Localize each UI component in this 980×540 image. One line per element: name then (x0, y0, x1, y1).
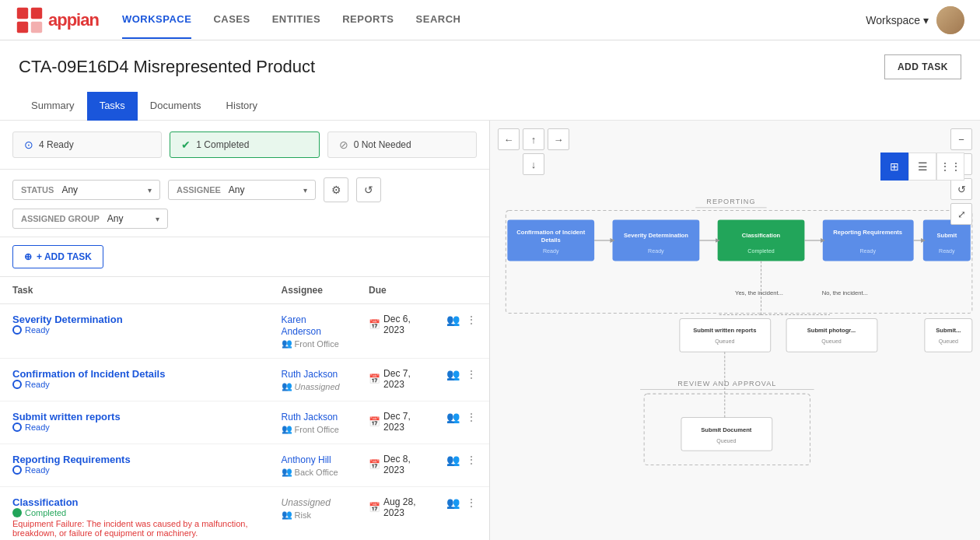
node-reporting-req[interactable] (823, 220, 914, 261)
due-date-value: Aug 28, 2023 (383, 496, 422, 518)
filter-ready-btn[interactable]: ⊙ 4 Ready (12, 131, 162, 158)
tab-summary[interactable]: Summary (19, 92, 87, 121)
col-task: Task (0, 277, 269, 304)
svg-text:Queued: Queued (939, 338, 958, 345)
filter-not-needed-btn[interactable]: ⊘ 0 Not Needed (327, 131, 477, 158)
assignee-group: 👥 Back Office (282, 467, 345, 477)
node-classification[interactable] (718, 220, 805, 261)
assignee-name[interactable]: Ruth Jackson (282, 369, 338, 380)
reassign-icon[interactable]: 👥 (446, 314, 460, 326)
task-cell: Classification Completed Equipment Failu… (0, 487, 269, 541)
nav-left-btn[interactable]: ← (498, 128, 520, 150)
task-cell: Reporting Requirements Ready (0, 444, 269, 487)
nav-reports[interactable]: REPORTS (342, 1, 394, 39)
reassign-icon[interactable]: 👥 (446, 454, 460, 466)
node-submit-doc[interactable] (681, 418, 772, 451)
page-title-row: CTA-09E16D4 Misrepresented Product ADD T… (19, 54, 961, 79)
reassign-icon[interactable]: 👥 (446, 368, 460, 380)
status-label: Completed (25, 508, 66, 517)
action-icons: 👥 ⋮ (446, 368, 477, 380)
status-dropdown-label: STATUS (21, 185, 54, 195)
more-icon[interactable]: ⋮ (466, 411, 477, 423)
svg-text:Submit Document: Submit Document (701, 426, 752, 433)
assignee-group: 👥 Front Office (282, 424, 345, 434)
task-name[interactable]: Submit written reports (12, 411, 257, 423)
due-date: 📅 Aug 28, 2023 (369, 496, 422, 518)
add-task-header-button[interactable]: ADD TASK (884, 54, 961, 79)
view-list-btn[interactable]: ☰ (908, 153, 936, 181)
node-submit-photos[interactable] (786, 319, 877, 352)
table-row: Submit written reports Ready Ruth Jackso… (0, 401, 489, 444)
due-cell: 📅 Dec 7, 2023 (356, 401, 434, 444)
view-grid-btn[interactable]: ⊞ (880, 153, 908, 181)
not-needed-icon: ⊘ (339, 139, 348, 151)
nav-entities[interactable]: ENTITIES (272, 1, 321, 39)
diagram-refresh-btn[interactable]: ↺ (950, 178, 972, 200)
due-date: 📅 Dec 7, 2023 (369, 411, 422, 433)
nav-workspace[interactable]: WORKSPACE (122, 1, 191, 39)
node-submit-right[interactable] (925, 319, 972, 352)
assignee-name[interactable]: Ruth Jackson (282, 412, 338, 423)
more-icon[interactable]: ⋮ (466, 496, 477, 509)
nav-down-btn[interactable]: ↓ (523, 153, 544, 175)
filter-icon-btn[interactable]: ⚙ (324, 177, 348, 202)
more-icon[interactable]: ⋮ (466, 314, 477, 326)
tab-documents[interactable]: Documents (138, 92, 214, 121)
task-name[interactable]: Severity Determination (12, 314, 257, 325)
reporting-label: REPORTING (706, 198, 755, 205)
status-label: Ready (25, 325, 50, 335)
assignee-name[interactable]: Karen Anderson (282, 314, 321, 337)
col-assignee: Assignee (269, 277, 357, 304)
svg-text:Yes, the incident...: Yes, the incident... (735, 289, 783, 296)
svg-rect-3 (31, 21, 42, 32)
actions-cell: 👥 ⋮ (434, 359, 489, 401)
logo[interactable]: appian (16, 6, 99, 34)
nav-cases[interactable]: CASES (213, 1, 250, 39)
assignee-name: Unassigned (282, 497, 331, 508)
svg-rect-1 (31, 7, 42, 18)
node-submit-written[interactable] (680, 319, 771, 352)
top-nav: appian WORKSPACE CASES ENTITIES REPORTS … (0, 0, 980, 40)
nav-right-btn[interactable]: → (548, 128, 569, 150)
refresh-icon-btn[interactable]: ↺ (356, 177, 381, 202)
assignee-name[interactable]: Anthony Hill (282, 454, 331, 465)
workspace-dropdown-btn[interactable]: Workspace ▾ (866, 14, 929, 26)
add-task-inline-button[interactable]: ⊕ + ADD TASK (12, 245, 103, 268)
group-icon: 👥 (282, 467, 292, 477)
tab-tasks[interactable]: Tasks (87, 92, 138, 121)
task-name[interactable]: Reporting Requirements (12, 454, 257, 465)
status-dot-icon (12, 423, 22, 432)
diagram-expand-btn[interactable]: ⤢ (950, 203, 972, 225)
status-filter-inner: ⊙ 4 Ready ✔ 1 Completed ⊘ 0 Not Needed (12, 131, 477, 158)
node-severity[interactable] (613, 220, 700, 261)
more-icon[interactable]: ⋮ (466, 368, 477, 380)
node-submit-partial[interactable] (923, 220, 971, 261)
view-tree-btn[interactable]: ⋮⋮ (936, 153, 964, 181)
add-task-inline-label: + ADD TASK (37, 251, 92, 262)
filter-completed-btn[interactable]: ✔ 1 Completed (170, 131, 319, 158)
svg-text:Ready: Ready (939, 248, 955, 254)
assignee-dropdown[interactable]: ASSIGNEE Any ▾ (168, 180, 316, 200)
ready-label: 4 Ready (39, 139, 74, 150)
assigned-group-value: Any (107, 213, 124, 224)
logo-text: appian (48, 10, 99, 30)
zoom-out-btn[interactable]: − (950, 128, 972, 150)
task-name[interactable]: Classification (12, 496, 257, 508)
diagram-nav-controls: ← ↑ ↓ → (498, 128, 569, 175)
status-dot-icon (12, 325, 22, 335)
ready-icon: ⊙ (24, 139, 33, 151)
task-name[interactable]: Confirmation of Incident Details (12, 368, 257, 380)
nav-up-btn[interactable]: ↑ (523, 128, 544, 150)
status-dropdown[interactable]: STATUS Any ▾ (12, 180, 160, 200)
reassign-icon[interactable]: 👥 (446, 411, 460, 423)
due-date: 📅 Dec 6, 2023 (369, 314, 422, 335)
nav-search[interactable]: SEARCH (416, 1, 461, 39)
tab-history[interactable]: History (214, 92, 270, 121)
reassign-icon[interactable]: 👥 (446, 496, 460, 509)
right-panel: ← ↑ ↓ → − + ↺ ⤢ REPORTING Confirmati (490, 121, 980, 540)
more-icon[interactable]: ⋮ (466, 454, 477, 466)
assigned-group-dropdown[interactable]: ASSIGNED GROUP Any ▾ (12, 209, 168, 229)
avatar[interactable] (936, 6, 964, 34)
due-date-value: Dec 6, 2023 (383, 314, 422, 335)
chevron-down-icon: ▾ (923, 14, 929, 26)
